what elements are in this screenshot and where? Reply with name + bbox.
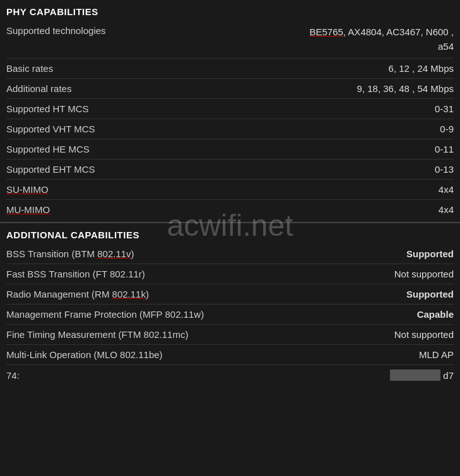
row-mfp: Management Frame Protection (MFP 802.11w…: [0, 305, 460, 324]
row-radio-management: Radio Management (RM 802.11k) Supported: [0, 284, 460, 304]
value-mu-mimo: 4x4: [50, 204, 454, 215]
row-additional-rates: Additional rates 9, 18, 36, 48 , 54 Mbps: [0, 79, 460, 98]
label-bss-transition: BSS Transition (BTM 802.11v): [6, 248, 134, 259]
page-container: acwifi.net PHY CAPABILITIES Supported te…: [0, 0, 460, 476]
value-basic-rates: 6, 12 , 24 Mbps: [53, 63, 454, 74]
label-mu-mimo: MU-MIMO: [6, 204, 50, 215]
label-radio-management: Radio Management (RM 802.11k): [6, 289, 149, 299]
value-last: d7: [390, 369, 454, 381]
value-supported-technologies: BE5765, AX4804, AC3467, N600 ,a54: [106, 25, 454, 54]
phy-capabilities-section: PHY CAPABILITIES Supported technologies …: [0, 0, 460, 219]
row-eht-mcs: Supported EHT MCS 0-13: [0, 160, 460, 179]
label-vht-mcs: Supported VHT MCS: [6, 124, 95, 134]
label-su-mimo: SU-MIMO: [6, 184, 49, 195]
value-bss-transition: Supported: [134, 248, 454, 259]
redacted-suffix: d7: [443, 370, 454, 381]
row-mu-mimo: MU-MIMO 4x4: [0, 200, 460, 219]
value-eht-mcs: 0-13: [95, 164, 454, 175]
label-ftm: Fine Timing Measurement (FTM 802.11mc): [6, 329, 188, 340]
label-supported-technologies: Supported technologies: [6, 25, 106, 36]
additional-capabilities-section: ADDITIONAL CAPABILITIES BSS Transition (…: [0, 223, 460, 385]
label-last: 74:: [6, 370, 20, 381]
label-ht-mcs: Supported HT MCS: [6, 103, 89, 114]
label-eht-mcs: Supported EHT MCS: [6, 164, 95, 175]
additional-section-header: ADDITIONAL CAPABILITIES: [0, 223, 460, 244]
value-fast-bss-transition: Not supported: [145, 269, 454, 279]
value-ftm: Not supported: [188, 329, 454, 340]
row-mlo: Multi-Link Operation (MLO 802.11be) MLD …: [0, 345, 460, 364]
label-mfp: Management Frame Protection (MFP 802.11w…: [6, 309, 204, 320]
label-basic-rates: Basic rates: [6, 63, 53, 74]
row-supported-technologies: Supported technologies BE5765, AX4804, A…: [0, 21, 460, 58]
label-he-mcs: Supported HE MCS: [6, 144, 90, 154]
row-vht-mcs: Supported VHT MCS 0-9: [0, 119, 460, 139]
phy-section-header: PHY CAPABILITIES: [0, 0, 460, 21]
value-he-mcs: 0-11: [90, 144, 454, 154]
value-additional-rates: 9, 18, 36, 48 , 54 Mbps: [71, 83, 454, 94]
row-he-mcs: Supported HE MCS 0-11: [0, 139, 460, 159]
value-radio-management: Supported: [149, 289, 454, 299]
label-fast-bss-transition: Fast BSS Transition (FT 802.11r): [6, 269, 145, 279]
label-mlo: Multi-Link Operation (MLO 802.11be): [6, 349, 163, 360]
row-ht-mcs: Supported HT MCS 0-31: [0, 99, 460, 119]
row-last: 74: d7: [0, 365, 460, 385]
value-vht-mcs: 0-9: [95, 124, 454, 134]
row-su-mimo: SU-MIMO 4x4: [0, 180, 460, 199]
label-additional-rates: Additional rates: [6, 83, 71, 94]
row-fast-bss-transition: Fast BSS Transition (FT 802.11r) Not sup…: [0, 264, 460, 284]
value-ht-mcs: 0-31: [89, 103, 454, 114]
row-ftm: Fine Timing Measurement (FTM 802.11mc) N…: [0, 325, 460, 344]
redacted-block: [390, 369, 440, 381]
value-su-mimo: 4x4: [49, 184, 454, 195]
value-mlo: MLD AP: [163, 349, 454, 360]
row-bss-transition: BSS Transition (BTM 802.11v) Supported: [0, 244, 460, 264]
row-basic-rates: Basic rates 6, 12 , 24 Mbps: [0, 59, 460, 78]
value-mfp: Capable: [204, 309, 454, 320]
